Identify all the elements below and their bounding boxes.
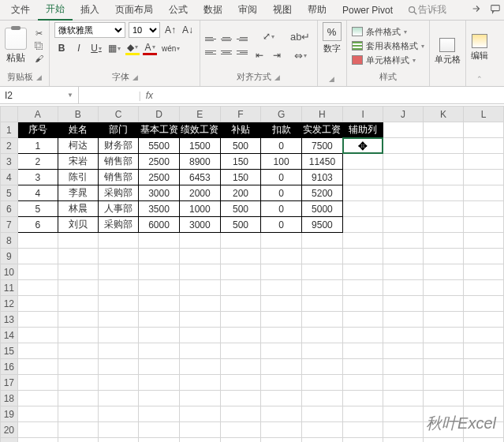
cell-G1[interactable]: 扣款: [261, 122, 302, 138]
cell-I5[interactable]: [342, 185, 383, 201]
cell-G18[interactable]: [261, 391, 302, 406]
row-header-10[interactable]: 10: [1, 264, 18, 280]
cell-F5[interactable]: 200: [220, 185, 261, 201]
cell-A12[interactable]: [17, 296, 58, 312]
cell-I13[interactable]: [342, 312, 383, 328]
cell-B4[interactable]: 陈引: [58, 170, 98, 185]
cell-A13[interactable]: [17, 312, 58, 328]
cell-F7[interactable]: 500: [220, 217, 261, 233]
underline-button[interactable]: U: [89, 41, 103, 55]
cell-J17[interactable]: [383, 375, 424, 391]
cell-A5[interactable]: 4: [17, 185, 58, 201]
select-all-corner[interactable]: [1, 107, 18, 122]
cell-I12[interactable]: [342, 296, 383, 312]
cell-D21[interactable]: [139, 438, 180, 443]
cell-D5[interactable]: 3000: [139, 185, 180, 201]
number-format-button[interactable]: %: [323, 22, 342, 41]
cell-A14[interactable]: [17, 328, 58, 343]
cell-A20[interactable]: [17, 422, 58, 438]
cell-D13[interactable]: [139, 312, 180, 328]
row-header-16[interactable]: 16: [1, 359, 18, 375]
cell-B15[interactable]: [58, 343, 98, 359]
row-header-12[interactable]: 12: [1, 296, 18, 312]
cell-H18[interactable]: [301, 391, 342, 406]
cell-L17[interactable]: [463, 375, 503, 391]
fx-icon[interactable]: fx: [146, 90, 153, 101]
cell-D3[interactable]: 2500: [139, 154, 180, 170]
cell-G14[interactable]: [261, 328, 302, 343]
align-left-button[interactable]: [205, 47, 218, 58]
cell-B13[interactable]: [58, 312, 98, 328]
cell-H10[interactable]: [301, 264, 342, 280]
cell-I8[interactable]: [342, 233, 383, 249]
tab-power-pivot[interactable]: Power Pivot: [334, 2, 401, 19]
cell-B19[interactable]: [58, 406, 98, 422]
cell-F15[interactable]: [220, 343, 261, 359]
cell-H1[interactable]: 实发工资: [301, 122, 342, 138]
conditional-formatting-button[interactable]: 条件格式▾: [352, 26, 424, 38]
cell-F20[interactable]: [220, 422, 261, 438]
cell-B14[interactable]: [58, 328, 98, 343]
cell-J2[interactable]: [383, 138, 424, 154]
cell-H16[interactable]: [301, 359, 342, 375]
cell-A17[interactable]: [17, 375, 58, 391]
cell-C3[interactable]: 销售部: [98, 154, 138, 170]
cell-B7[interactable]: 刘贝: [58, 217, 98, 233]
increase-indent-button[interactable]: ⇥: [270, 48, 284, 62]
cell-H8[interactable]: [301, 233, 342, 249]
cut-icon[interactable]: ✂: [33, 28, 44, 39]
cell-L16[interactable]: [463, 359, 503, 375]
cell-H3[interactable]: 11450: [301, 154, 342, 170]
cell-G11[interactable]: [261, 280, 302, 296]
row-header-4[interactable]: 4: [1, 170, 18, 185]
col-header-C[interactable]: C: [98, 107, 138, 122]
cell-H20[interactable]: [301, 422, 342, 438]
cell-J11[interactable]: [383, 280, 424, 296]
cell-I11[interactable]: [342, 280, 383, 296]
cell-C15[interactable]: [98, 343, 138, 359]
cell-E11[interactable]: [179, 280, 220, 296]
cell-K16[interactable]: [424, 359, 464, 375]
paste-label[interactable]: 粘贴: [6, 51, 25, 65]
cell-J16[interactable]: [383, 359, 424, 375]
row-header-17[interactable]: 17: [1, 375, 18, 391]
row-header-8[interactable]: 8: [1, 233, 18, 249]
cell-K3[interactable]: [424, 154, 464, 170]
cell-E4[interactable]: 6453: [179, 170, 220, 185]
clipboard-launcher-icon[interactable]: ◢: [36, 73, 42, 81]
cell-C13[interactable]: [98, 312, 138, 328]
cell-E6[interactable]: 1000: [179, 201, 220, 217]
cell-A18[interactable]: [17, 391, 58, 406]
cell-K8[interactable]: [424, 233, 464, 249]
cell-L14[interactable]: [463, 328, 503, 343]
cell-L15[interactable]: [463, 343, 503, 359]
cell-E20[interactable]: [179, 422, 220, 438]
cell-K14[interactable]: [424, 328, 464, 343]
cell-J4[interactable]: [383, 170, 424, 185]
cell-B16[interactable]: [58, 359, 98, 375]
cell-E2[interactable]: 1500: [179, 138, 220, 154]
cell-D8[interactable]: [139, 233, 180, 249]
cell-E5[interactable]: 2000: [179, 185, 220, 201]
cell-B20[interactable]: [58, 422, 98, 438]
cell-A9[interactable]: [17, 249, 58, 264]
cell-G15[interactable]: [261, 343, 302, 359]
align-top-left-button[interactable]: [205, 34, 218, 45]
comment-icon[interactable]: [490, 3, 501, 17]
cell-K6[interactable]: [424, 201, 464, 217]
cell-H5[interactable]: 5200: [301, 185, 342, 201]
cell-D17[interactable]: [139, 375, 180, 391]
row-header-11[interactable]: 11: [1, 280, 18, 296]
cell-J7[interactable]: [383, 217, 424, 233]
row-header-9[interactable]: 9: [1, 249, 18, 264]
cell-H7[interactable]: 9500: [301, 217, 342, 233]
cell-J14[interactable]: [383, 328, 424, 343]
italic-button[interactable]: I: [72, 41, 86, 55]
cell-K15[interactable]: [424, 343, 464, 359]
cell-B17[interactable]: [58, 375, 98, 391]
cell-J18[interactable]: [383, 391, 424, 406]
cell-K17[interactable]: [424, 375, 464, 391]
cell-H15[interactable]: [301, 343, 342, 359]
row-header-21[interactable]: 21: [1, 438, 18, 443]
cell-G9[interactable]: [261, 249, 302, 264]
